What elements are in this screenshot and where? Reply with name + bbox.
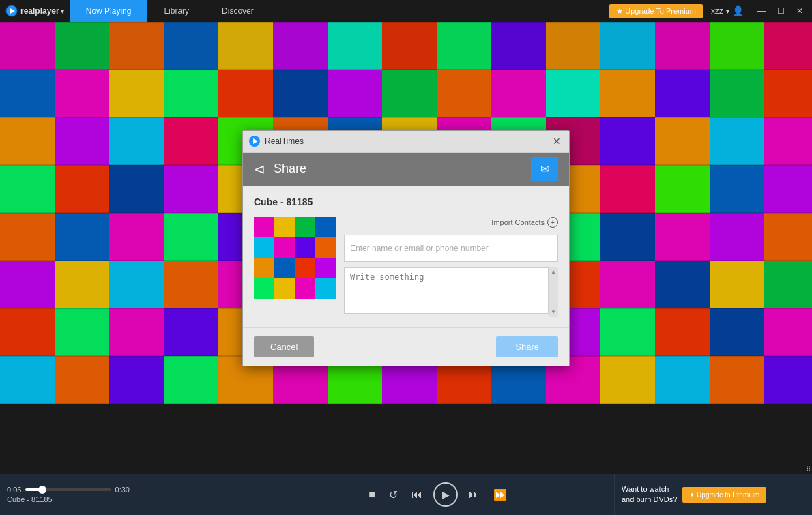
tab-discover[interactable]: Discover (205, 0, 270, 22)
app-logo[interactable]: realplayer ▾ (0, 0, 70, 22)
share-inputs: Import Contacts + ▲ ▼ (344, 217, 558, 317)
dvd-promo: Want to watchand burn DVDs? ✦ Upgrade to… (614, 474, 812, 515)
email-button[interactable]: ✉ (531, 157, 558, 181)
user-dropdown-icon[interactable]: ▾ (726, 8, 729, 15)
rewind-button[interactable]: ↺ (386, 486, 401, 504)
play-icon: ▶ (442, 489, 450, 500)
message-scrollbar[interactable]: ▲ ▼ (549, 267, 558, 317)
modal-overlay: RealTimes ✕ ⊲ Share ✉ Cube - 81185 (0, 22, 812, 474)
svg-rect-150 (315, 278, 336, 299)
user-avatar-icon[interactable]: 👤 (732, 5, 744, 16)
svg-rect-135 (254, 217, 274, 237)
app-dropdown-arrow[interactable]: ▾ (61, 8, 64, 15)
app-name: realplayer (20, 6, 59, 16)
cancel-button[interactable]: Cancel (254, 336, 314, 357)
next-icon: ⏭ (469, 488, 480, 501)
progress-row: 0:05 0:30 (7, 486, 130, 494)
scroll-up-arrow[interactable]: ▲ (551, 269, 556, 275)
svg-rect-145 (295, 258, 315, 278)
stop-icon: ■ (368, 488, 375, 501)
nav-tabs: Now Playing Library Discover (70, 0, 609, 22)
svg-rect-144 (274, 258, 295, 278)
svg-rect-137 (295, 217, 315, 237)
import-contacts-row: Import Contacts + (344, 217, 558, 228)
recipient-input[interactable] (344, 235, 558, 262)
restore-button[interactable]: ☐ (771, 0, 790, 22)
next-button[interactable]: ⏭ (466, 486, 482, 503)
stop-button[interactable]: ■ (366, 486, 378, 503)
media-thumbnail (254, 217, 336, 299)
prev-icon: ⏮ (411, 488, 422, 501)
dialog-title: RealTimes (265, 136, 550, 146)
minimize-button[interactable]: — (752, 0, 771, 22)
share-label: Share (274, 162, 523, 176)
controls-left: 0:05 0:30 Cube - 81185 (0, 483, 136, 506)
dvd-promo-text: Want to watchand burn DVDs? (622, 484, 677, 505)
svg-rect-139 (254, 237, 274, 258)
svg-rect-148 (274, 278, 295, 299)
track-name: Cube - 81185 (7, 495, 130, 503)
import-contacts-label: Import Contacts (491, 218, 545, 226)
titlebar-right: ★ Upgrade To Premium xzz ▾ 👤 — ☐ ✕ (609, 0, 812, 22)
dvd-upgrade-button[interactable]: ✦ Upgrade to Premium (682, 487, 766, 503)
dialog-close-button[interactable]: ✕ (550, 134, 564, 148)
share-icon: ⊲ (254, 161, 265, 177)
play-button[interactable]: ▶ (433, 482, 458, 507)
svg-rect-142 (315, 237, 336, 258)
share-header: ⊲ Share ✉ (243, 153, 569, 186)
titlebar: realplayer ▾ Now Playing Library Discove… (0, 0, 812, 22)
scroll-down-arrow[interactable]: ▼ (551, 309, 556, 315)
import-contacts-button[interactable]: + (547, 217, 558, 228)
dialog-footer: Cancel Share (243, 327, 569, 366)
user-area: xzz ▾ 👤 (706, 5, 749, 16)
username-label: xzz (711, 6, 723, 16)
svg-rect-143 (254, 258, 274, 278)
svg-rect-136 (274, 217, 295, 237)
time-current: 0:05 (7, 486, 21, 494)
forward-icon: ⏩ (493, 488, 507, 501)
svg-rect-147 (254, 278, 274, 299)
svg-rect-146 (315, 258, 336, 278)
progress-bar[interactable] (25, 488, 111, 491)
tab-now-playing[interactable]: Now Playing (70, 0, 148, 22)
dialog-titlebar: RealTimes ✕ (243, 131, 569, 153)
progress-thumb[interactable] (38, 486, 46, 494)
prev-button[interactable]: ⏮ (409, 486, 425, 503)
tab-library[interactable]: Library (147, 0, 205, 22)
window-controls: — ☐ ✕ (752, 0, 809, 22)
time-total: 0:30 (115, 486, 130, 494)
dialog-content: Cube - 81185 (243, 186, 569, 327)
upgrade-premium-button[interactable]: ★ Upgrade To Premium (609, 4, 703, 18)
message-input[interactable] (344, 267, 549, 314)
realplayer-logo-icon (5, 5, 18, 17)
email-icon: ✉ (540, 162, 549, 175)
share-submit-button[interactable]: Share (496, 336, 558, 357)
rewind-icon: ↺ (389, 488, 398, 501)
svg-rect-138 (315, 217, 336, 237)
close-button[interactable]: ✕ (790, 0, 809, 22)
share-body: Import Contacts + ▲ ▼ (254, 217, 558, 317)
forward-button[interactable]: ⏩ (491, 486, 510, 504)
svg-rect-140 (274, 237, 295, 258)
thumbnail-image (254, 217, 336, 299)
svg-rect-149 (295, 278, 315, 299)
share-dialog: RealTimes ✕ ⊲ Share ✉ Cube - 81185 (242, 130, 570, 366)
realtimes-dialog-icon (248, 135, 261, 147)
svg-rect-141 (295, 237, 315, 258)
media-title: Cube - 81185 (254, 196, 558, 207)
message-wrapper: ▲ ▼ (344, 267, 558, 317)
